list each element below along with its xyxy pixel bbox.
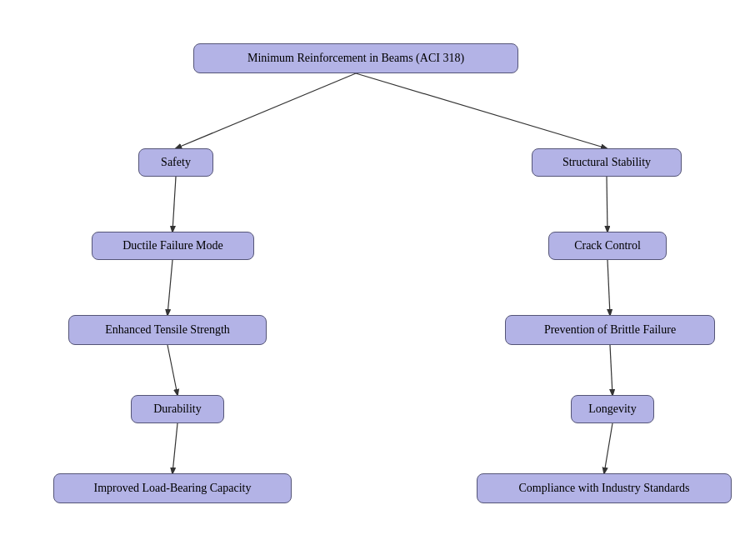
longevity-node: Longevity — [571, 395, 654, 423]
ductile-failure-node: Ductile Failure Mode — [92, 232, 254, 260]
enhanced-tensile-node: Enhanced Tensile Strength — [68, 315, 267, 345]
root-node: Minimum Reinforcement in Beams (ACI 318) — [193, 43, 518, 73]
svg-line-0 — [176, 73, 356, 148]
crack-control-node: Crack Control — [548, 232, 667, 260]
svg-line-8 — [172, 423, 178, 473]
durability-node: Durability — [131, 395, 224, 423]
compliance-node: Compliance with Industry Standards — [477, 473, 732, 503]
svg-line-5 — [608, 260, 610, 315]
svg-line-6 — [168, 345, 178, 395]
safety-node: Safety — [138, 148, 213, 177]
load-bearing-node: Improved Load-Bearing Capacity — [53, 473, 292, 503]
svg-line-4 — [168, 260, 172, 315]
svg-line-3 — [607, 177, 608, 232]
svg-line-9 — [604, 423, 612, 473]
structural-stability-node: Structural Stability — [532, 148, 682, 177]
brittle-failure-node: Prevention of Brittle Failure — [505, 315, 715, 345]
svg-line-2 — [172, 177, 176, 232]
diagram-container: Minimum Reinforcement in Beams (ACI 318)… — [0, 0, 750, 560]
svg-line-7 — [610, 345, 612, 395]
svg-line-1 — [356, 73, 607, 148]
